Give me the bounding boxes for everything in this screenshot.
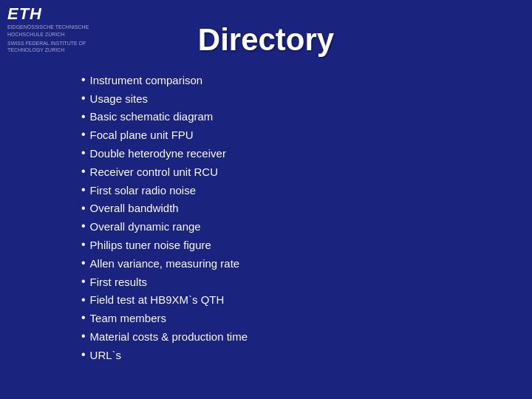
bullet-icon: • [81, 346, 86, 364]
bullet-icon: • [81, 254, 86, 273]
bullet-icon: • [81, 236, 86, 254]
list-item-text: Allen variance, measuring rate [90, 255, 240, 272]
list-item: •Double heterodyne receiver [81, 144, 451, 163]
bullet-icon: • [81, 327, 86, 346]
list-item: •First solar radio noise [81, 181, 451, 200]
bullet-icon: • [81, 217, 86, 236]
list-item-text: URL`s [90, 347, 122, 364]
bullet-icon: • [81, 71, 86, 89]
eth-subtitle-line1: EIDGENÖSSISCHE TECHNISCHE HOCHSCHULE ZÜR… [7, 24, 96, 38]
list-item-text: Overall bandwidth [90, 200, 179, 216]
page-container: ETH EIDGENÖSSISCHE TECHNISCHE HOCHSCHULE… [0, 0, 532, 399]
bullet-icon: • [81, 108, 86, 126]
list-item: •Material costs & production time [81, 327, 451, 346]
list-item: •Overall dynamic range [81, 217, 451, 236]
list-item-text: Philips tuner noise figure [90, 236, 211, 253]
list-item: •Usage sites [81, 89, 451, 108]
eth-subtitle-line2: SWISS FEDERAL INSTITUTE OF TECHNOLOGY ZU… [7, 40, 96, 55]
list-item: •Philips tuner noise figure [81, 236, 451, 254]
bullet-icon: • [81, 126, 86, 144]
list-item-text: Basic schematic diagram [90, 108, 214, 125]
list-item-text: Double heterodyne receiver [90, 145, 226, 162]
list-item: •Field test at HB9XM`s QTH [81, 291, 451, 310]
bullet-icon: • [81, 273, 86, 291]
list-item: •First results [81, 273, 451, 291]
list-item: •Team members [81, 309, 451, 327]
list-item: •Receiver control unit RCU [81, 163, 451, 181]
list-item-text: Usage sites [90, 90, 148, 107]
list-item-text: Material costs & production time [90, 328, 248, 345]
logo-area: ETH EIDGENÖSSISCHE TECHNISCHE HOCHSCHULE… [7, 6, 96, 54]
list-item-text: Overall dynamic range [90, 218, 201, 235]
bullet-icon: • [81, 200, 86, 218]
eth-logo: ETH EIDGENÖSSISCHE TECHNISCHE HOCHSCHULE… [7, 6, 96, 54]
bullet-icon: • [81, 291, 86, 310]
list-item-text: First solar radio noise [90, 182, 196, 199]
list-item-text: Focal plane unit FPU [90, 126, 194, 143]
bullet-icon: • [81, 163, 86, 181]
list-item-text: Team members [90, 310, 166, 327]
bullet-icon: • [81, 144, 86, 163]
list-item: •Instrument comparison [81, 71, 451, 89]
list-item: •Basic schematic diagram [81, 108, 451, 126]
list-item-text: Instrument comparison [90, 72, 203, 89]
directory-list: •Instrument comparison•Usage sites•Basic… [81, 71, 451, 364]
bullet-icon: • [81, 181, 86, 200]
bullet-icon: • [81, 309, 86, 327]
list-item-text: Receiver control unit RCU [90, 163, 218, 180]
page-title: Directory [198, 22, 334, 58]
list-item-text: Field test at HB9XM`s QTH [90, 291, 225, 308]
list-item: •URL`s [81, 346, 451, 364]
bullet-icon: • [81, 89, 86, 108]
list-item: •Allen variance, measuring rate [81, 254, 451, 273]
list-item: •Focal plane unit FPU [81, 126, 451, 144]
list-item: •Overall bandwidth [81, 200, 451, 218]
list-item-text: First results [90, 273, 148, 290]
eth-logo-text: ETH [7, 6, 42, 22]
